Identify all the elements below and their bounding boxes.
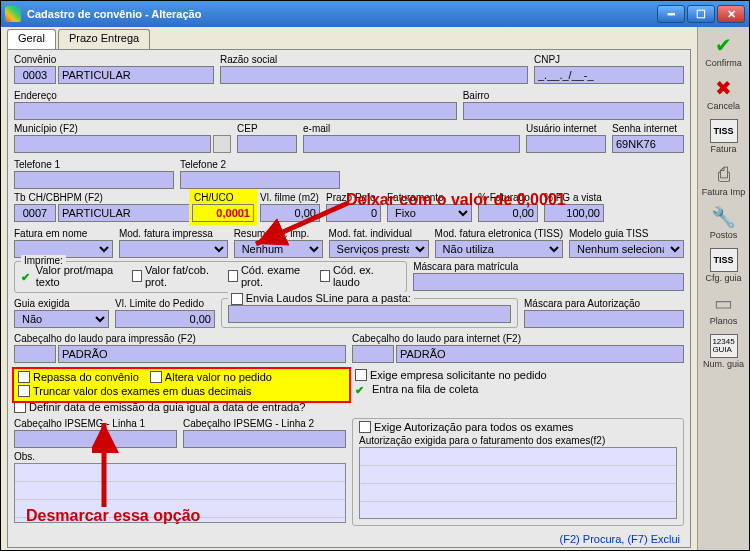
num-icon: 12345GUIA [710, 334, 738, 358]
lbl-envia-laudos: Envia Laudos SLine para a pasta: [228, 292, 414, 305]
chk-valor-prot[interactable]: ✔Valor prot/mapa texto [21, 264, 124, 288]
chk-entra-fila[interactable]: ✔Entra na fila de coleta [355, 383, 478, 395]
chk-exige-emp[interactable]: Exige empresa solicitante no pedido [355, 369, 547, 381]
maximize-button[interactable]: ☐ [687, 5, 715, 23]
municipio-input[interactable] [14, 135, 211, 153]
lbl-cab-ips2: Cabeçalho IPSEMG - Linha 2 [183, 418, 346, 429]
lbl-usuario-net: Usuário internet [526, 123, 606, 134]
lbl-cab-imp: Cabeçalho do laudo para impressão (F2) [14, 333, 346, 344]
lbl-pct-pg: % PG a vista [544, 192, 604, 203]
chk-exige-auth[interactable]: Exige Autorização para todos os exames [359, 421, 573, 433]
mod-fat-imp-select[interactable] [119, 240, 228, 258]
prazo-pgto-input[interactable] [326, 204, 381, 222]
sidebar: ✔Confirma ✖Cancela TISSFatura ⎙Fatura Im… [697, 27, 749, 550]
cab-ips1-input[interactable] [14, 430, 177, 448]
fatura-imp-button[interactable]: ⎙Fatura Imp [701, 162, 747, 197]
lbl-municipio: Município (F2) [14, 123, 231, 134]
minimize-button[interactable]: ━ [657, 5, 685, 23]
chk-cod-exame[interactable]: Cód. exame prot. [228, 264, 312, 288]
cfg-guia-button[interactable]: TISSCfg. guia [701, 248, 747, 283]
resumo-select[interactable]: Nenhum [234, 240, 323, 258]
check-icon: ✔ [710, 33, 738, 57]
chuco-input[interactable] [192, 204, 254, 222]
pct-pg-input[interactable] [544, 204, 604, 222]
cancel-icon: ✖ [710, 76, 738, 100]
planos-button[interactable]: ▭Planos [701, 291, 747, 326]
cab-ips2-input[interactable] [183, 430, 346, 448]
tab-geral[interactable]: Geral [7, 29, 56, 49]
lbl-fat-nome: Fatura em nome [14, 228, 113, 239]
auth-grid[interactable] [359, 447, 677, 519]
cab-imp-code[interactable] [14, 345, 56, 363]
senha-net-input[interactable] [612, 135, 684, 153]
pct-fat-input[interactable] [478, 204, 538, 222]
tab-prazo[interactable]: Prazo Entrega [58, 29, 150, 49]
municipio-lookup-button[interactable] [213, 135, 231, 153]
chk-repassa[interactable]: Repassa do convênio [18, 371, 139, 383]
bairro-input[interactable] [463, 102, 684, 120]
lbl-vl-limite: Vl. Limite do Pedido [115, 298, 215, 309]
num-guia-button[interactable]: 12345GUIANum. guia [701, 334, 747, 369]
lbl-bairro: Bairro [463, 90, 684, 101]
app-icon [5, 6, 21, 22]
masc-auth-input[interactable] [524, 310, 684, 328]
lbl-cab-ips1: Cabeçalho IPSEMG - Linha 1 [14, 418, 177, 429]
convenio-code-input[interactable] [14, 66, 56, 84]
cab-net-name[interactable] [396, 345, 684, 363]
endereco-input[interactable] [14, 102, 457, 120]
lbl-mod-fat-ind: Mod. fat. individual [329, 228, 429, 239]
footer-hint: (F2) Procura, (F7) Exclui [560, 533, 680, 545]
mod-fat-ind-select[interactable]: Serviços prestad [329, 240, 429, 258]
lbl-pct-fat: % Faturado [478, 192, 538, 203]
lbl-convenio: Convênio [14, 54, 214, 65]
postos-button[interactable]: 🔧Postos [701, 205, 747, 240]
usuario-net-input[interactable] [526, 135, 606, 153]
cab-net-code[interactable] [352, 345, 394, 363]
envia-laudos-input[interactable] [228, 305, 511, 323]
email-input[interactable] [303, 135, 520, 153]
lbl-guia-exig: Guia exigida [14, 298, 109, 309]
lbl-razao: Razão social [220, 54, 528, 65]
lbl-tel2: Telefone 2 [180, 159, 340, 170]
app-window: Cadastro de convênio - Alteração ━ ☐ ✕ G… [0, 0, 750, 551]
razao-input[interactable] [220, 66, 528, 84]
titlebar: Cadastro de convênio - Alteração ━ ☐ ✕ [1, 1, 749, 27]
tel2-input[interactable] [180, 171, 340, 189]
tel1-input[interactable] [14, 171, 174, 189]
fatura-button[interactable]: TISSFatura [701, 119, 747, 154]
cep-input[interactable] [237, 135, 297, 153]
masc-mat-input[interactable] [413, 273, 684, 291]
mod-tiss-select[interactable]: Não utiliza [435, 240, 563, 258]
lbl-auth-exig: Autorização exigida para o faturamento d… [359, 435, 677, 446]
faturamento-select[interactable]: Fixo [387, 204, 472, 222]
guia-exig-select[interactable]: Não [14, 310, 109, 328]
tbch-name-input[interactable] [58, 204, 204, 222]
lbl-imprime: Imprime: [21, 255, 66, 266]
chk-valor-fat[interactable]: Valor fat/cob. prot. [132, 264, 220, 288]
modelo-guia-select[interactable]: Nenhum selecionado [569, 240, 684, 258]
lbl-vlfilme: Vl. filme (m2) [260, 192, 320, 203]
obs-textarea[interactable] [14, 463, 346, 523]
lbl-tbch: Tb CH/CBHPM (F2) [14, 192, 186, 203]
confirma-button[interactable]: ✔Confirma [701, 33, 747, 68]
vl-limite-input[interactable] [115, 310, 215, 328]
lbl-cnpj: CNPJ [534, 54, 684, 65]
vlfilme-input[interactable] [260, 204, 320, 222]
lbl-mod-fat-imp: Mod. fatura impressa [119, 228, 228, 239]
close-button[interactable]: ✕ [717, 5, 745, 23]
cab-imp-name[interactable] [58, 345, 346, 363]
cancela-button[interactable]: ✖Cancela [701, 76, 747, 111]
lbl-tel1: Telefone 1 [14, 159, 174, 170]
tbch-code-input[interactable] [14, 204, 56, 222]
lbl-endereco: Endereço [14, 90, 457, 101]
chk-cod-ex-laudo[interactable]: Cód. ex. laudo [320, 264, 393, 288]
lbl-mod-tiss: Mod. fatura eletronica (TISS) [435, 228, 563, 239]
lbl-obs: Obs. [14, 451, 346, 462]
cnpj-input[interactable] [534, 66, 684, 84]
lbl-modelo-guia: Modelo guia TISS [569, 228, 684, 239]
chk-altera-valor[interactable]: Altera valor no pedido [150, 371, 272, 383]
lbl-prazo-pgto: Prazo Pgto [326, 192, 381, 203]
chk-truncar[interactable]: Truncar valor dos exames em duas decimai… [18, 385, 251, 397]
chk-definir-data[interactable]: Definir data de emissão da guia igual a … [14, 401, 305, 413]
convenio-name-input[interactable] [58, 66, 214, 84]
